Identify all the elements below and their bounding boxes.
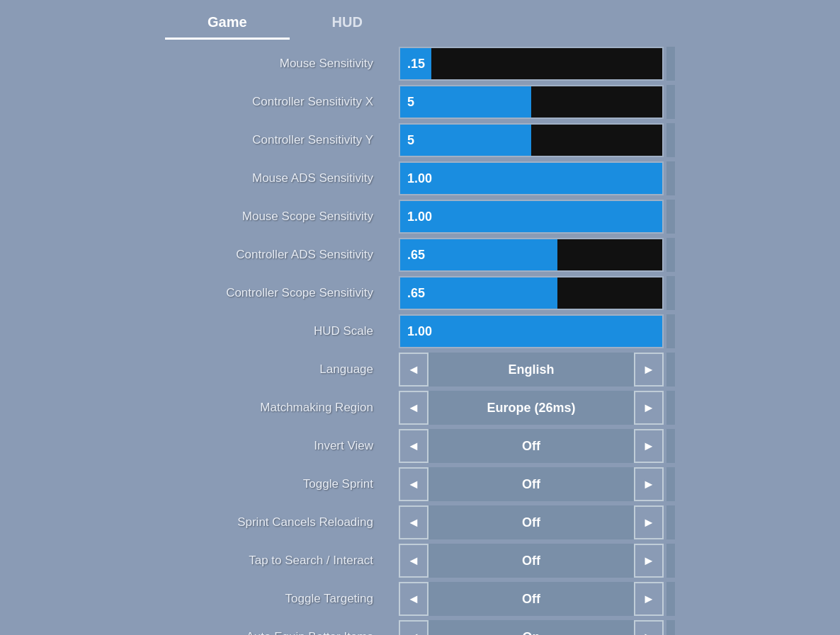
left-arrow-toggle-sprint[interactable]: ◄ (399, 467, 428, 501)
slider-control-controller-sensitivity-y[interactable]: 5 (399, 123, 675, 157)
setting-row-mouse-scope-sensitivity: Mouse Scope Sensitivity1.00 (165, 200, 675, 234)
selector-value-matchmaking-region: Europe (26ms) (428, 391, 634, 425)
selector-control-language: ◄English► (399, 353, 675, 387)
slider-control-hud-scale[interactable]: 1.00 (399, 314, 675, 348)
slider-control-controller-scope-sensitivity[interactable]: .65 (399, 276, 675, 310)
setting-row-sprint-cancels-reloading: Sprint Cancels Reloading◄Off► (165, 505, 675, 539)
setting-row-matchmaking-region: Matchmaking Region◄Europe (26ms)► (165, 391, 675, 425)
scrollbar-indicator[interactable] (666, 429, 675, 463)
selector-control-tap-to-search: ◄Off► (399, 544, 675, 578)
slider-control-mouse-scope-sensitivity[interactable]: 1.00 (399, 200, 675, 234)
left-arrow-tap-to-search[interactable]: ◄ (399, 544, 428, 578)
setting-row-mouse-ads-sensitivity: Mouse ADS Sensitivity1.00 (165, 161, 675, 195)
slider-empty-controller-scope-sensitivity (557, 278, 662, 309)
tab-game[interactable]: Game (165, 7, 290, 40)
right-arrow-invert-view[interactable]: ► (634, 429, 664, 463)
setting-row-controller-sensitivity-y: Controller Sensitivity Y5 (165, 123, 675, 157)
scrollbar-indicator[interactable] (666, 391, 675, 425)
setting-row-hud-scale: HUD Scale1.00 (165, 314, 675, 348)
setting-row-controller-scope-sensitivity: Controller Scope Sensitivity.65 (165, 276, 675, 310)
tab-bar: Game HUD (165, 7, 675, 40)
label-mouse-scope-sensitivity: Mouse Scope Sensitivity (165, 210, 385, 224)
selector-control-sprint-cancels-reloading: ◄Off► (399, 505, 675, 539)
slider-bar-mouse-sensitivity[interactable]: .15 (399, 47, 664, 81)
slider-bar-mouse-scope-sensitivity[interactable]: 1.00 (399, 200, 664, 234)
slider-control-controller-ads-sensitivity[interactable]: .65 (399, 238, 675, 272)
right-arrow-toggle-sprint[interactable]: ► (634, 467, 664, 501)
slider-bar-controller-scope-sensitivity[interactable]: .65 (399, 276, 664, 310)
label-toggle-targeting: Toggle Targeting (165, 592, 385, 606)
scrollbar-indicator[interactable] (666, 238, 675, 272)
right-arrow-auto-equip-better-items[interactable]: ► (634, 620, 664, 635)
label-auto-equip-better-items: Auto Equip Better Items (165, 630, 385, 635)
scrollbar-indicator[interactable] (666, 314, 675, 348)
right-arrow-sprint-cancels-reloading[interactable]: ► (634, 505, 664, 539)
slider-control-controller-sensitivity-x[interactable]: 5 (399, 85, 675, 119)
selector-value-tap-to-search: Off (428, 544, 634, 578)
label-hud-scale: HUD Scale (165, 324, 385, 338)
selector-control-matchmaking-region: ◄Europe (26ms)► (399, 391, 675, 425)
label-toggle-sprint: Toggle Sprint (165, 477, 385, 491)
left-arrow-toggle-targeting[interactable]: ◄ (399, 582, 428, 616)
label-mouse-sensitivity: Mouse Sensitivity (165, 57, 385, 71)
label-sprint-cancels-reloading: Sprint Cancels Reloading (165, 515, 385, 530)
slider-bar-controller-ads-sensitivity[interactable]: .65 (399, 238, 664, 272)
slider-control-mouse-sensitivity[interactable]: .15 (399, 47, 675, 81)
label-language: Language (165, 362, 385, 377)
scrollbar-indicator[interactable] (666, 85, 675, 119)
scrollbar-indicator[interactable] (666, 276, 675, 310)
settings-panel: Mouse Sensitivity.15Controller Sensitivi… (165, 40, 675, 635)
slider-empty-controller-sensitivity-y (531, 125, 662, 156)
right-arrow-tap-to-search[interactable]: ► (634, 544, 664, 578)
slider-fill-mouse-scope-sensitivity (400, 201, 662, 232)
left-arrow-sprint-cancels-reloading[interactable]: ◄ (399, 505, 428, 539)
selector-value-toggle-targeting: Off (428, 582, 634, 616)
left-arrow-invert-view[interactable]: ◄ (399, 429, 428, 463)
scrollbar-indicator[interactable] (666, 123, 675, 157)
scrollbar-indicator[interactable] (666, 544, 675, 578)
scrollbar-indicator[interactable] (666, 582, 675, 616)
slider-fill-hud-scale (400, 316, 662, 347)
scrollbar-indicator[interactable] (666, 353, 675, 387)
left-arrow-language[interactable]: ◄ (399, 353, 428, 387)
tab-hud[interactable]: HUD (290, 7, 405, 40)
selector-value-auto-equip-better-items: On (428, 620, 634, 635)
scrollbar-indicator[interactable] (666, 620, 675, 635)
selector-control-toggle-sprint: ◄Off► (399, 467, 675, 501)
left-arrow-matchmaking-region[interactable]: ◄ (399, 391, 428, 425)
label-invert-view: Invert View (165, 439, 385, 453)
slider-bar-controller-sensitivity-x[interactable]: 5 (399, 85, 664, 119)
slider-bar-mouse-ads-sensitivity[interactable]: 1.00 (399, 161, 664, 195)
label-controller-ads-sensitivity: Controller ADS Sensitivity (165, 248, 385, 262)
right-arrow-toggle-targeting[interactable]: ► (634, 582, 664, 616)
slider-bar-hud-scale[interactable]: 1.00 (399, 314, 664, 348)
slider-fill-mouse-ads-sensitivity (400, 163, 662, 194)
selector-value-invert-view: Off (428, 429, 634, 463)
selector-control-toggle-targeting: ◄Off► (399, 582, 675, 616)
slider-fill-controller-scope-sensitivity (400, 278, 557, 309)
selector-control-auto-equip-better-items: ◄On► (399, 620, 675, 635)
label-controller-sensitivity-x: Controller Sensitivity X (165, 95, 385, 109)
scrollbar-indicator[interactable] (666, 200, 675, 234)
setting-row-language: Language◄English► (165, 353, 675, 387)
scrollbar-indicator[interactable] (666, 47, 675, 81)
right-arrow-matchmaking-region[interactable]: ► (634, 391, 664, 425)
label-mouse-ads-sensitivity: Mouse ADS Sensitivity (165, 171, 385, 185)
left-arrow-auto-equip-better-items[interactable]: ◄ (399, 620, 428, 635)
scrollbar-indicator[interactable] (666, 505, 675, 539)
right-arrow-language[interactable]: ► (634, 353, 664, 387)
label-tap-to-search: Tap to Search / Interact (165, 554, 385, 568)
label-controller-sensitivity-y: Controller Sensitivity Y (165, 133, 385, 147)
setting-row-auto-equip-better-items: Auto Equip Better Items◄On► (165, 620, 675, 635)
setting-row-mouse-sensitivity: Mouse Sensitivity.15 (165, 47, 675, 81)
slider-control-mouse-ads-sensitivity[interactable]: 1.00 (399, 161, 675, 195)
slider-fill-controller-sensitivity-y (400, 125, 531, 156)
selector-value-language: English (428, 353, 634, 387)
slider-fill-mouse-sensitivity (400, 48, 431, 79)
label-matchmaking-region: Matchmaking Region (165, 401, 385, 415)
slider-bar-controller-sensitivity-y[interactable]: 5 (399, 123, 664, 157)
scrollbar-indicator[interactable] (666, 161, 675, 195)
scrollbar-indicator[interactable] (666, 467, 675, 501)
slider-fill-controller-ads-sensitivity (400, 239, 557, 270)
selector-value-toggle-sprint: Off (428, 467, 634, 501)
